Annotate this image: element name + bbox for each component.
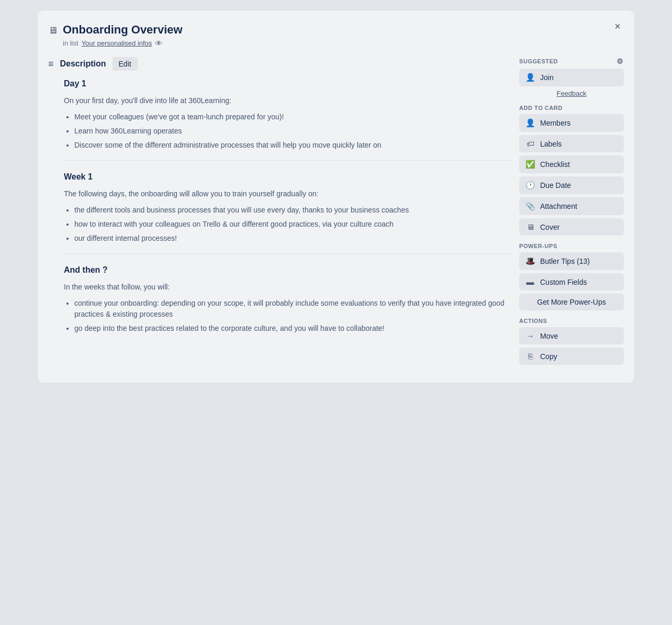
- edit-button[interactable]: Edit: [113, 57, 138, 71]
- attachment-icon: 📎: [525, 202, 535, 211]
- get-more-button[interactable]: Get More Power-Ups: [519, 294, 624, 310]
- person-icon: 👤: [525, 73, 535, 82]
- section-andthen-heading: And then ?: [64, 263, 511, 277]
- actions-title: ACTIONS: [519, 318, 624, 324]
- list-item: our different internal processes!: [74, 233, 511, 244]
- cover-icon: 🖥: [525, 222, 535, 231]
- description-icon: ≡: [48, 59, 54, 70]
- card-icon: 🖥: [48, 25, 58, 36]
- cover-button[interactable]: 🖥 Cover: [519, 218, 624, 236]
- section-andthen-intro: In the weeks that follow, you will:: [64, 281, 511, 293]
- main-content: ≡ Description Edit Day 1 On your first d…: [48, 57, 511, 372]
- section-andthen-list: continue your onboarding: depending on y…: [74, 298, 511, 334]
- divider: [64, 160, 511, 161]
- members-button[interactable]: 👤 Members: [519, 114, 624, 132]
- actions-section: ACTIONS → Move ⎘ Copy: [519, 318, 624, 365]
- copy-button[interactable]: ⎘ Copy: [519, 348, 624, 365]
- list-item: Meet your colleagues (we've got a team-l…: [74, 111, 511, 122]
- card-title: Onboarding Overview: [63, 23, 183, 37]
- header-text: Onboarding Overview in list Your persona…: [63, 23, 183, 48]
- list-item: the different tools and business process…: [74, 205, 511, 216]
- modal-header: 🖥 Onboarding Overview in list Your perso…: [48, 23, 624, 48]
- section-week1-list: the different tools and business process…: [74, 205, 511, 244]
- feedback-link[interactable]: Feedback: [519, 90, 624, 97]
- section-day1-list: Meet your colleagues (we've got a team-l…: [74, 111, 511, 151]
- attachment-button[interactable]: 📎 Attachment: [519, 197, 624, 215]
- butler-tips-button[interactable]: 🎩 Butler Tips (13): [519, 252, 624, 270]
- custom-fields-icon: ▬: [525, 277, 535, 286]
- modal-body: ≡ Description Edit Day 1 On your first d…: [48, 57, 624, 372]
- list-link[interactable]: Your personalised infos: [82, 39, 152, 47]
- suggested-title: SUGGESTED ⚙: [519, 57, 624, 65]
- power-ups-section: POWER-UPS 🎩 Butler Tips (13) ▬ Custom Fi…: [519, 243, 624, 310]
- close-button[interactable]: ×: [609, 18, 626, 35]
- card-modal: × 🖥 Onboarding Overview in list Your per…: [38, 10, 634, 383]
- list-item: continue your onboarding: depending on y…: [74, 298, 511, 320]
- card-breadcrumb: in list Your personalised infos 👁: [63, 39, 183, 48]
- copy-icon: ⎘: [525, 352, 535, 361]
- list-item: go deep into the best practices related …: [74, 323, 511, 334]
- list-item: Discover some of the different administr…: [74, 140, 511, 151]
- section-day1-intro: On your first day, you'll dive into life…: [64, 95, 511, 106]
- in-list-label: in list: [63, 39, 79, 47]
- power-ups-title: POWER-UPS: [519, 243, 624, 249]
- join-button[interactable]: 👤 Join: [519, 69, 624, 86]
- custom-fields-button[interactable]: ▬ Custom Fields: [519, 273, 624, 291]
- butler-icon: 🎩: [525, 256, 535, 266]
- add-to-card-title: ADD TO CARD: [519, 105, 624, 111]
- move-icon: →: [525, 331, 535, 340]
- description-header: ≡ Description Edit: [48, 57, 511, 71]
- description-content: Day 1 On your first day, you'll dive int…: [48, 77, 511, 334]
- sidebar: SUGGESTED ⚙ 👤 Join Feedback ADD TO CARD …: [519, 57, 624, 372]
- divider: [64, 253, 511, 254]
- members-icon: 👤: [525, 118, 535, 128]
- suggested-section: SUGGESTED ⚙ 👤 Join Feedback: [519, 57, 624, 97]
- labels-icon: 🏷: [525, 139, 535, 148]
- watch-icon[interactable]: 👁: [155, 39, 163, 48]
- due-date-button[interactable]: 🕐 Due Date: [519, 176, 624, 194]
- section-week1-heading: Week 1: [64, 170, 511, 184]
- checklist-icon: ✅: [525, 160, 535, 169]
- gear-icon[interactable]: ⚙: [617, 57, 624, 65]
- section-week1-intro: The following days, the onboarding will …: [64, 188, 511, 199]
- section-day1-heading: Day 1: [64, 77, 511, 91]
- labels-button[interactable]: 🏷 Labels: [519, 135, 624, 152]
- add-to-card-section: ADD TO CARD 👤 Members 🏷 Labels ✅ Checkli…: [519, 105, 624, 236]
- list-item: how to interact with your colleagues on …: [74, 219, 511, 230]
- clock-icon: 🕐: [525, 181, 535, 190]
- description-title: Description: [60, 59, 106, 69]
- list-item: Learn how 360Learning operates: [74, 126, 511, 137]
- move-button[interactable]: → Move: [519, 327, 624, 344]
- checklist-button[interactable]: ✅ Checklist: [519, 155, 624, 173]
